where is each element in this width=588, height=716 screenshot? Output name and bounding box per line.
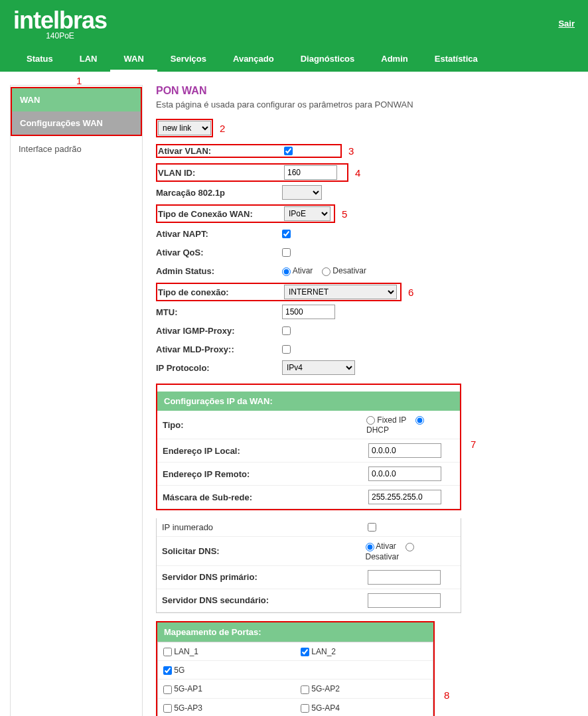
- dhcp-radio[interactable]: [415, 416, 424, 425]
- nav-diagnosticos[interactable]: Diagnósticos: [287, 46, 368, 72]
- marcacao-label: Marcação 802.1p: [156, 188, 282, 198]
- annotation-7: 7: [471, 439, 476, 450]
- marcacao-select[interactable]: [282, 185, 322, 200]
- port-5gap4-checkbox[interactable]: [301, 704, 309, 713]
- port-5gap1-checkbox[interactable]: [163, 685, 172, 694]
- mtu-label: MTU:: [156, 307, 282, 317]
- annotation-2: 2: [220, 123, 225, 134]
- vlan-id-label: VLAN ID:: [158, 168, 284, 178]
- dns-off-radio[interactable]: [405, 543, 414, 551]
- port-lan1-checkbox[interactable]: [163, 648, 172, 656]
- conn-type-select[interactable]: IPoE: [284, 206, 331, 221]
- port-lan2-checkbox[interactable]: [301, 648, 309, 656]
- ip-mask-input[interactable]: [368, 490, 441, 504]
- port-5gap3-checkbox[interactable]: [163, 704, 172, 713]
- nav-avancado[interactable]: Avançado: [220, 46, 287, 72]
- port-5g-ap2[interactable]: 5G-AP2: [301, 684, 340, 693]
- dns-on-radio[interactable]: [366, 543, 374, 551]
- nav-servicos[interactable]: Serviços: [157, 46, 220, 72]
- qos-label: Ativar QoS:: [156, 248, 282, 257]
- nav-wan[interactable]: WAN: [110, 46, 157, 72]
- ip-remote-label: Endereço IP Remoto:: [163, 469, 368, 479]
- annotation-3: 3: [348, 145, 354, 157]
- logout-link[interactable]: Sair: [558, 19, 575, 29]
- nav-admin[interactable]: Admin: [368, 46, 421, 72]
- ip-tipo-label: Tipo:: [163, 420, 366, 430]
- admin-off-label[interactable]: Desativar: [322, 266, 366, 275]
- annotation-4: 4: [355, 167, 360, 179]
- sidebar-wan[interactable]: WAN: [12, 88, 141, 111]
- dns-on-label[interactable]: Ativar: [366, 541, 396, 551]
- vlan-label: Ativar VLAN:: [158, 146, 284, 156]
- main-content: PON WAN Esta página é usada para configu…: [156, 85, 578, 716]
- link-select[interactable]: new link: [158, 121, 211, 135]
- sidebar: WAN Configurações WAN Interface padrão: [10, 85, 143, 716]
- dns1-label: Servidor DNS primário:: [162, 572, 368, 582]
- main-nav: Status LAN WAN Serviços Avançado Diagnós…: [13, 46, 575, 72]
- ip-remote-input[interactable]: [368, 466, 441, 481]
- ipproto-select[interactable]: IPv4: [282, 360, 355, 375]
- brand-text: intelbras: [13, 7, 107, 35]
- ip-inum-label: IP inumerado: [162, 522, 368, 532]
- igmp-label: Ativar IGMP-Proxy:: [156, 326, 282, 336]
- ip-mask-label: Máscara de Sub-rede:: [163, 492, 368, 502]
- annotation-5: 5: [342, 208, 347, 220]
- dns1-input[interactable]: [368, 570, 441, 585]
- nav-lan[interactable]: LAN: [66, 46, 111, 72]
- admin-off-radio[interactable]: [322, 267, 331, 276]
- port-5g-ap1[interactable]: 5G-AP1: [163, 684, 202, 693]
- port-5g-checkbox[interactable]: [163, 666, 172, 675]
- header: intelbras 140PoE Sair Status LAN WAN Ser…: [0, 0, 588, 72]
- dns2-label: Servidor DNS secundário:: [162, 595, 368, 605]
- dns-req-label: Solicitar DNS:: [162, 546, 366, 556]
- page-description: Esta página é usada para configurar os p…: [156, 100, 578, 109]
- admin-on-radio[interactable]: [282, 267, 291, 276]
- mld-checkbox[interactable]: [282, 345, 291, 354]
- dns2-input[interactable]: [368, 593, 441, 608]
- nav-estatistica[interactable]: Estatística: [421, 46, 491, 72]
- mtu-input[interactable]: [282, 305, 335, 319]
- port-5gap2-checkbox[interactable]: [301, 685, 309, 694]
- port-5g-ap4[interactable]: 5G-AP4: [301, 703, 340, 713]
- ip-local-input[interactable]: [368, 443, 441, 458]
- annotation-8: 8: [444, 689, 449, 701]
- nav-status[interactable]: Status: [13, 46, 66, 72]
- annotation-6: 6: [408, 287, 413, 298]
- sidebar-config-wan[interactable]: Configurações WAN: [12, 111, 141, 135]
- conn-kind-select[interactable]: INTERNET: [284, 285, 397, 299]
- conn-type-label: Tipo de Conexão WAN:: [158, 209, 284, 219]
- fixed-ip-label[interactable]: Fixed IP: [366, 415, 406, 425]
- sidebar-interface-padrao[interactable]: Interface padrão: [11, 137, 142, 161]
- mld-label: Ativar MLD-Proxy::: [156, 344, 282, 354]
- logo: intelbras 140PoE: [13, 7, 107, 40]
- ip-inum-checkbox[interactable]: [368, 523, 376, 532]
- port-lan2[interactable]: LAN_2: [301, 647, 336, 656]
- fixed-ip-radio[interactable]: [366, 416, 375, 425]
- port-lan1[interactable]: LAN_1: [163, 647, 198, 656]
- port-5g[interactable]: 5G: [163, 666, 184, 675]
- vlan-checkbox[interactable]: [284, 147, 293, 155]
- napt-checkbox[interactable]: [282, 230, 291, 238]
- ports-header: Mapeamento de Portas:: [157, 622, 433, 642]
- vlan-id-input[interactable]: [284, 165, 337, 180]
- admin-status-label: Admin Status:: [156, 266, 282, 276]
- napt-label: Ativar NAPT:: [156, 229, 282, 239]
- admin-on-label[interactable]: Ativar: [282, 266, 313, 275]
- ipproto-label: IP Protocolo:: [156, 363, 282, 373]
- ip-config-header: Configurações IP da WAN:: [157, 392, 460, 411]
- conn-kind-label: Tipo de conexão:: [158, 287, 284, 297]
- page-title: PON WAN: [156, 85, 578, 97]
- igmp-checkbox[interactable]: [282, 326, 291, 335]
- qos-checkbox[interactable]: [282, 248, 291, 257]
- port-5g-ap3[interactable]: 5G-AP3: [163, 703, 202, 713]
- ip-local-label: Endereço IP Local:: [163, 446, 368, 456]
